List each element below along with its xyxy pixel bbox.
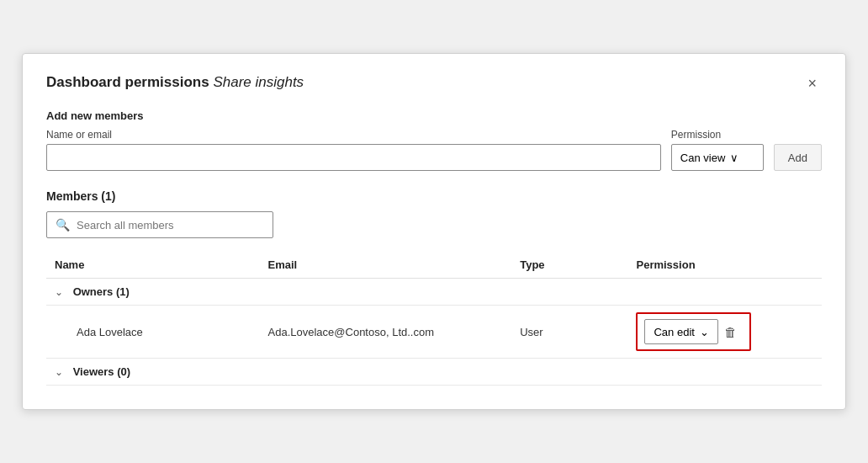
members-section-heading: Members (1) xyxy=(46,189,822,203)
group-label: ⌄ Viewers (0) xyxy=(46,359,822,386)
modal-title-italic: Share insights xyxy=(213,74,304,90)
group-chevron-button[interactable]: ⌄ xyxy=(51,286,66,298)
permission-select-button[interactable]: Can view ∨ xyxy=(671,144,764,171)
group-name: Viewers (0) xyxy=(73,365,130,378)
close-button[interactable]: × xyxy=(802,74,822,93)
col-name-header: Name xyxy=(46,252,260,279)
member-type-cell: User xyxy=(511,306,627,359)
permission-value: Can view xyxy=(680,152,725,164)
search-icon: 🔍 xyxy=(56,218,70,232)
group-chevron-button[interactable]: ⌄ xyxy=(51,366,66,378)
permission-group: Permission Can view ∨ xyxy=(671,129,764,171)
name-email-input[interactable] xyxy=(46,144,661,171)
name-label: Name or email xyxy=(46,129,661,141)
col-email-header: Email xyxy=(260,252,512,279)
member-name-cell: Ada Lovelace xyxy=(46,306,260,359)
table-header-row: Name Email Type Permission xyxy=(46,252,822,279)
modal-title: Dashboard permissions Share insights xyxy=(46,74,304,91)
permission-label: Permission xyxy=(671,129,764,141)
member-permission-cell: Can edit ⌄ 🗑 xyxy=(627,306,822,359)
member-permission-button[interactable]: Can edit ⌄ xyxy=(644,319,717,344)
add-button[interactable]: Add xyxy=(774,144,822,171)
permission-chevron-icon: ⌄ xyxy=(700,326,709,338)
member-email-cell: Ada.Lovelace@Contoso, Ltd..com xyxy=(260,306,512,359)
name-field-group: Name or email xyxy=(46,129,661,171)
add-section-heading: Add new members xyxy=(46,109,822,122)
group-label: ⌄ Owners (1) xyxy=(46,279,822,306)
permission-chevron-icon: ∨ xyxy=(730,152,738,164)
members-table: Name Email Type Permission ⌄ Owners (1) … xyxy=(46,252,822,386)
search-box[interactable]: 🔍 xyxy=(46,211,273,238)
search-input[interactable] xyxy=(77,219,264,232)
member-permission-value: Can edit xyxy=(654,326,694,338)
modal-title-static: Dashboard permissions xyxy=(46,74,213,90)
permission-highlighted-box: Can edit ⌄ 🗑 xyxy=(636,312,750,351)
table-row: Ada Lovelace Ada.Lovelace@Contoso, Ltd..… xyxy=(46,306,822,359)
col-type-header: Type xyxy=(511,252,627,279)
delete-member-button[interactable]: 🗑 xyxy=(718,321,743,343)
group-row: ⌄ Viewers (0) xyxy=(46,359,822,386)
modal-container: Dashboard permissions Share insights × A… xyxy=(22,53,846,410)
add-member-row: Name or email Permission Can view ∨ Add xyxy=(46,129,822,171)
col-permission-header: Permission xyxy=(627,252,822,279)
modal-header: Dashboard permissions Share insights × xyxy=(46,74,822,93)
group-name: Owners (1) xyxy=(73,285,130,298)
group-row: ⌄ Owners (1) xyxy=(46,279,822,306)
